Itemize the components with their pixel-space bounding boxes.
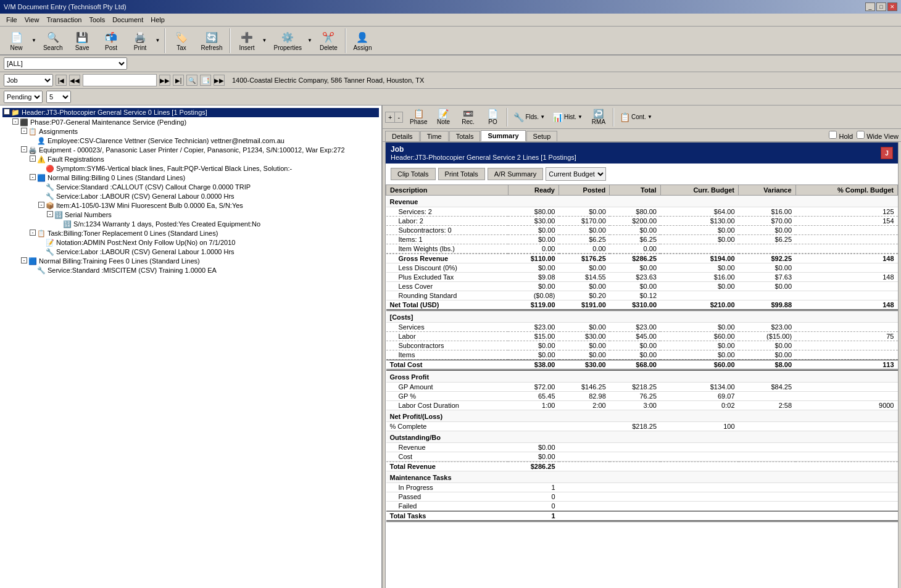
filter-select[interactable]: [ALL]: [4, 57, 127, 70]
ar-summary-button[interactable]: A/R Summary: [488, 168, 543, 180]
serial-expand-icon[interactable]: -: [47, 211, 53, 217]
insert-icon: ➕: [239, 30, 254, 44]
tree-item-billing1[interactable]: - 🟦 Normal Billing:Billing 0 Lines (Stan…: [28, 173, 379, 183]
menu-transaction[interactable]: Transaction: [43, 15, 85, 25]
flds-button[interactable]: 🔧 Flds. ▼: [510, 110, 548, 124]
left-panel: - 📁 Header:JT3-Photocopier General Servi…: [0, 106, 383, 588]
nav-next-button[interactable]: ▶▶: [159, 75, 170, 86]
print-arrow[interactable]: ▼: [154, 38, 162, 43]
tree-item-phase[interactable]: - ⬛ Phase:P07-General Maintenance Servic…: [11, 118, 379, 127]
tree-item-svc1[interactable]: 🔧 Service:Standard :CALLOUT (CSV) Callou…: [37, 183, 379, 192]
assign-button[interactable]: 👤 Assign: [349, 28, 376, 53]
menu-help[interactable]: Help: [147, 15, 168, 25]
nav-last-button[interactable]: ▶|: [173, 75, 184, 86]
billing2-expand-icon[interactable]: -: [21, 257, 27, 263]
save-button[interactable]: 💾 Save: [69, 28, 96, 53]
new-button[interactable]: 📄 New: [2, 28, 30, 53]
refresh-button[interactable]: 🔄 Refresh: [197, 28, 227, 53]
col-curr-budget: Curr. Budget: [660, 185, 739, 196]
insert-arrow[interactable]: ▼: [261, 38, 268, 43]
tab-setup[interactable]: Setup: [526, 131, 558, 141]
wide-view-label: Wide View: [857, 131, 899, 140]
task1-expand-icon[interactable]: -: [30, 230, 36, 236]
toolbar: 📄 New ▼ 🔍 Search 💾 Save 📬 Post 🖨️ Print …: [0, 27, 901, 56]
expand-nav-button[interactable]: ▶▶: [214, 75, 225, 86]
nav-prev-button[interactable]: ◀◀: [69, 75, 80, 86]
refresh-icon: 🔄: [204, 30, 219, 44]
tree-item-symptom[interactable]: 🔴 Symptom:SYM6-Vertical black lines, Fau…: [37, 164, 379, 173]
search-button[interactable]: 🔍 Search: [39, 28, 67, 53]
note-button[interactable]: 📝 Note: [431, 107, 455, 127]
tab-summary[interactable]: Summary: [481, 130, 525, 141]
tree-item-note1[interactable]: 📝 Notation:ADMIN Post:Next Only Follow U…: [37, 238, 379, 247]
tab-totals[interactable]: Totals: [449, 131, 481, 141]
properties-icon: ⚙️: [280, 30, 295, 44]
wide-view-checkbox[interactable]: [857, 131, 865, 139]
budget-select[interactable]: Current Budget Original Budget: [546, 167, 606, 181]
maximize-button[interactable]: □: [876, 2, 886, 11]
summary-table: Description Ready Posted Total Curr. Bud…: [386, 184, 898, 522]
phase-icon: 📋: [413, 109, 424, 118]
fault-expand-icon[interactable]: -: [30, 155, 36, 162]
tree-item-task1[interactable]: - 📋 Task:Billing:Toner Replacement 0 Lin…: [28, 229, 379, 238]
rec-button[interactable]: 📼 Rec.: [456, 107, 480, 127]
cont-icon: 📋: [620, 112, 630, 122]
collapse-all-button[interactable]: -: [395, 112, 402, 122]
menu-view[interactable]: View: [21, 15, 43, 25]
equipment-expand-icon[interactable]: -: [21, 146, 27, 152]
tree-item-billing2[interactable]: - 🟦 Normal Billing:Training Fees 0 Lines…: [20, 257, 379, 266]
phase-expand-icon[interactable]: -: [12, 118, 19, 125]
tree-item-fault[interactable]: - ⚠️ Fault Registrations: [28, 155, 379, 164]
expand-all-button[interactable]: +: [386, 112, 395, 122]
close-button[interactable]: ✕: [887, 2, 897, 11]
item1-expand-icon[interactable]: -: [38, 202, 44, 208]
flds-icon: 🔧: [513, 112, 524, 122]
menu-tools[interactable]: Tools: [85, 15, 109, 25]
number-select[interactable]: 5: [46, 91, 71, 103]
cont-button[interactable]: 📋 Cont. ▼: [617, 110, 655, 124]
job-title: Job: [391, 145, 576, 154]
tab-details[interactable]: Details: [385, 131, 420, 141]
properties-button[interactable]: ⚙️ Properties: [269, 28, 306, 53]
clip-totals-button[interactable]: Clip Totals: [391, 168, 436, 180]
hist-button[interactable]: 📊 Hist. ▼: [549, 110, 586, 124]
tree-item-serial[interactable]: - 🔢 Serial Numbers: [46, 210, 379, 220]
rma-button[interactable]: ↩️ RMA: [587, 107, 610, 127]
tree-item-assignments[interactable]: - 📋 Assignments: [20, 127, 379, 136]
bookmark-button[interactable]: 📑: [200, 75, 211, 86]
properties-arrow[interactable]: ▼: [306, 38, 313, 43]
tree-item-employee[interactable]: 👤 Employee:CSV-Clarence Vettner (Service…: [28, 136, 379, 146]
menu-document[interactable]: Document: [109, 15, 147, 25]
delete-button[interactable]: ✂️ Delete: [315, 28, 343, 53]
tree-item-svc4[interactable]: 🔧 Service:Standard :MISCITEM (CSV) Train…: [28, 266, 379, 275]
tree-item-svc3[interactable]: 🔧 Service:Labor :LABOUR (CSV) General La…: [37, 247, 379, 257]
record-id-input[interactable]: JOB000001028: [83, 74, 157, 86]
record-type-select[interactable]: Job: [4, 74, 53, 86]
post-button[interactable]: 📬 Post: [98, 28, 125, 53]
nav-first-button[interactable]: |◀: [56, 75, 67, 86]
rec-icon: 📼: [463, 109, 473, 118]
col-variance: Variance: [739, 185, 796, 196]
insert-button[interactable]: ➕ Insert: [233, 28, 261, 53]
print-button[interactable]: 🖨️ Print: [127, 28, 154, 53]
phase-button[interactable]: 📋 Phase: [407, 107, 430, 127]
search-icon: 🔍: [46, 30, 60, 44]
status-select[interactable]: Pending: [4, 91, 43, 103]
tree-item-item1[interactable]: - 📦 Item:A1-105/0-13W Mini Fluorescent B…: [37, 201, 379, 210]
minimize-button[interactable]: _: [865, 2, 875, 11]
hold-checkbox[interactable]: [829, 131, 837, 139]
tree-item-header[interactable]: - 📁 Header:JT3-Photocopier General Servi…: [2, 108, 379, 117]
new-arrow[interactable]: ▼: [30, 38, 38, 43]
po-button[interactable]: 📄 PO: [481, 107, 504, 127]
tree-item-sn1[interactable]: 🔢 S/n:1234 Warranty 1 days, Posted:Yes C…: [54, 220, 379, 229]
tree-item-svc2[interactable]: 🔧 Service:Labor :LABOUR (CSV) General La…: [37, 192, 379, 201]
print-totals-button[interactable]: Print Totals: [438, 168, 485, 180]
search-record-button[interactable]: 🔍: [186, 75, 197, 86]
billing1-expand-icon[interactable]: -: [30, 174, 36, 180]
tree-item-equipment[interactable]: - 🖨️ Equipment - 000023/, Panasonic Lase…: [20, 146, 379, 155]
tax-button[interactable]: 🏷️ Tax: [168, 28, 196, 53]
assignments-expand-icon[interactable]: -: [21, 128, 27, 134]
menu-file[interactable]: File: [2, 15, 21, 25]
header-expand-icon[interactable]: -: [4, 109, 10, 115]
tab-time[interactable]: Time: [420, 131, 449, 141]
